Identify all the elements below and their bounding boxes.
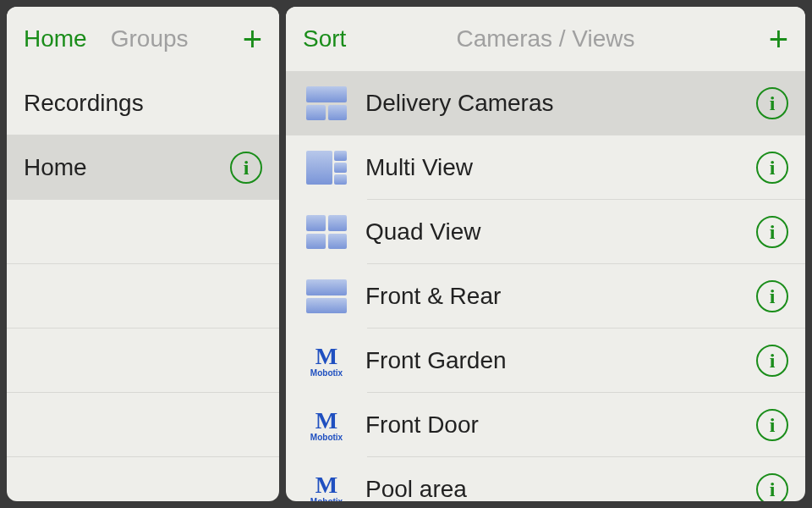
camera-item-multiview[interactable]: Multi View i	[286, 135, 805, 200]
info-icon[interactable]: i	[756, 345, 788, 377]
camera-item-label: Delivery Cameras	[350, 90, 756, 117]
info-icon[interactable]: i	[756, 87, 788, 119]
camera-item-label: Pool area	[350, 476, 756, 501]
camera-item-label: Multi View	[350, 154, 756, 181]
mobotix-icon: M Mobotix	[303, 473, 350, 502]
camera-item-frontgarden[interactable]: M Mobotix Front Garden i	[286, 329, 805, 393]
tab-groups[interactable]: Groups	[111, 25, 189, 52]
info-icon[interactable]: i	[756, 280, 788, 312]
sidebar-panel: Home Groups + Recordings Home i	[7, 7, 279, 501]
empty-row	[7, 329, 279, 393]
info-icon[interactable]: i	[756, 409, 788, 441]
info-icon[interactable]: i	[230, 152, 262, 184]
camera-item-label: Front Door	[350, 411, 756, 439]
camera-item-poolarea[interactable]: M Mobotix Pool area i	[286, 457, 805, 501]
layout-thumb-icon	[303, 147, 350, 188]
sidebar-item-recordings[interactable]: Recordings	[7, 71, 279, 135]
panel-title: Cameras / Views	[456, 25, 634, 52]
tab-home[interactable]: Home	[24, 25, 87, 52]
layout-thumb-icon	[303, 212, 350, 252]
info-icon[interactable]: i	[756, 473, 788, 501]
layout-thumb-icon	[303, 83, 350, 124]
camera-item-frontrear[interactable]: Front & Rear i	[286, 264, 805, 329]
cameras-header: Sort Cameras / Views +	[286, 7, 805, 71]
add-group-icon[interactable]: +	[243, 22, 262, 56]
empty-row	[7, 264, 279, 329]
sidebar-tabs: Home Groups	[24, 25, 189, 52]
sidebar-item-label: Recordings	[24, 90, 262, 117]
cameras-panel: Sort Cameras / Views + Delivery Cameras …	[286, 7, 805, 501]
camera-item-frontdoor[interactable]: M Mobotix Front Door i	[286, 393, 805, 457]
sidebar-list: Recordings Home i	[7, 71, 279, 501]
info-icon[interactable]: i	[756, 152, 788, 184]
camera-item-label: Quad View	[350, 218, 756, 246]
empty-row	[7, 393, 279, 457]
camera-item-quadview[interactable]: Quad View i	[286, 200, 805, 264]
add-camera-icon[interactable]: +	[769, 22, 788, 56]
empty-row	[7, 200, 279, 264]
camera-item-label: Front & Rear	[350, 283, 756, 310]
mobotix-icon: M Mobotix	[303, 409, 350, 442]
sidebar-header: Home Groups +	[7, 7, 279, 71]
camera-item-label: Front Garden	[350, 347, 756, 374]
mobotix-icon: M Mobotix	[303, 345, 350, 378]
info-icon[interactable]: i	[756, 216, 788, 248]
cameras-list: Delivery Cameras i Multi View i Quad Vie…	[286, 71, 805, 501]
layout-thumb-icon	[303, 276, 350, 317]
camera-item-delivery[interactable]: Delivery Cameras i	[286, 71, 805, 135]
sidebar-item-home[interactable]: Home i	[7, 135, 279, 200]
sort-button[interactable]: Sort	[303, 25, 346, 52]
sidebar-item-label: Home	[24, 154, 230, 181]
